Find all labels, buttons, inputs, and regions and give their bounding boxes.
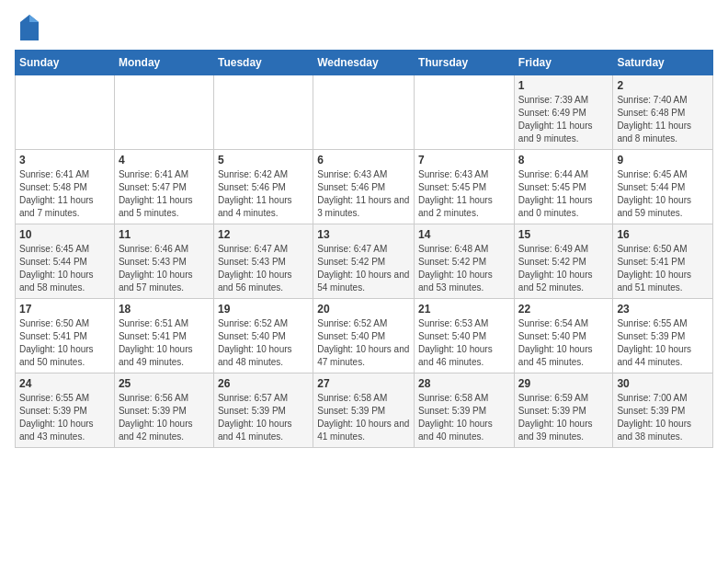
- day-number: 19: [218, 303, 309, 316]
- day-detail: Sunrise: 6:58 AM Sunset: 5:39 PM Dayligh…: [317, 392, 410, 443]
- day-cell: 10Sunrise: 6:45 AM Sunset: 5:44 PM Dayli…: [16, 224, 115, 299]
- day-detail: Sunrise: 6:43 AM Sunset: 5:46 PM Dayligh…: [317, 168, 410, 220]
- day-detail: Sunrise: 6:58 AM Sunset: 5:39 PM Dayligh…: [418, 392, 510, 443]
- day-number: 11: [119, 228, 210, 241]
- day-detail: Sunrise: 6:47 AM Sunset: 5:42 PM Dayligh…: [317, 243, 410, 294]
- day-detail: Sunrise: 6:51 AM Sunset: 5:41 PM Dayligh…: [119, 317, 210, 369]
- day-number: 20: [317, 303, 410, 316]
- day-number: 6: [317, 154, 410, 167]
- day-cell: 26Sunrise: 6:57 AM Sunset: 5:39 PM Dayli…: [213, 373, 313, 448]
- day-cell: 6Sunrise: 6:43 AM Sunset: 5:46 PM Daylig…: [313, 150, 415, 224]
- logo-icon: [17, 15, 39, 40]
- day-cell: [114, 75, 213, 150]
- day-cell: 13Sunrise: 6:47 AM Sunset: 5:42 PM Dayli…: [313, 224, 415, 299]
- day-number: 12: [218, 228, 309, 241]
- day-number: 26: [218, 377, 309, 390]
- week-row-5: 24Sunrise: 6:55 AM Sunset: 5:39 PM Dayli…: [16, 373, 713, 448]
- header-day-friday: Friday: [514, 51, 613, 75]
- day-number: 2: [617, 79, 709, 92]
- header-day-tuesday: Tuesday: [213, 51, 313, 75]
- week-row-3: 10Sunrise: 6:45 AM Sunset: 5:44 PM Dayli…: [16, 224, 713, 299]
- day-number: 9: [617, 154, 709, 167]
- day-detail: Sunrise: 7:39 AM Sunset: 6:49 PM Dayligh…: [518, 94, 609, 145]
- day-cell: 29Sunrise: 6:59 AM Sunset: 5:39 PM Dayli…: [514, 373, 613, 448]
- day-cell: [313, 75, 415, 150]
- day-cell: 28Sunrise: 6:58 AM Sunset: 5:39 PM Dayli…: [415, 373, 515, 448]
- day-cell: 20Sunrise: 6:52 AM Sunset: 5:40 PM Dayli…: [313, 299, 415, 373]
- day-number: 24: [19, 377, 110, 390]
- day-detail: Sunrise: 6:52 AM Sunset: 5:40 PM Dayligh…: [317, 317, 410, 369]
- day-number: 10: [19, 228, 110, 241]
- day-number: 18: [119, 303, 210, 316]
- day-number: 17: [19, 303, 110, 316]
- day-detail: Sunrise: 6:53 AM Sunset: 5:40 PM Dayligh…: [418, 317, 510, 369]
- day-cell: [415, 75, 515, 150]
- day-detail: Sunrise: 6:59 AM Sunset: 5:39 PM Dayligh…: [518, 392, 609, 443]
- day-cell: 19Sunrise: 6:52 AM Sunset: 5:40 PM Dayli…: [213, 299, 313, 373]
- day-number: 27: [317, 377, 410, 390]
- day-cell: 17Sunrise: 6:50 AM Sunset: 5:41 PM Dayli…: [16, 299, 115, 373]
- day-detail: Sunrise: 7:40 AM Sunset: 6:48 PM Dayligh…: [617, 94, 709, 145]
- day-cell: 27Sunrise: 6:58 AM Sunset: 5:39 PM Dayli…: [313, 373, 415, 448]
- day-cell: 23Sunrise: 6:55 AM Sunset: 5:39 PM Dayli…: [613, 299, 713, 373]
- day-cell: 21Sunrise: 6:53 AM Sunset: 5:40 PM Dayli…: [415, 299, 515, 373]
- day-cell: [213, 75, 313, 150]
- day-number: 7: [418, 154, 510, 167]
- day-number: 23: [617, 303, 709, 316]
- day-cell: 15Sunrise: 6:49 AM Sunset: 5:42 PM Dayli…: [514, 224, 613, 299]
- day-detail: Sunrise: 6:50 AM Sunset: 5:41 PM Dayligh…: [617, 243, 709, 294]
- calendar-table: SundayMondayTuesdayWednesdayThursdayFrid…: [15, 50, 713, 448]
- day-number: 8: [518, 154, 609, 167]
- day-number: 15: [518, 228, 609, 241]
- day-detail: Sunrise: 6:47 AM Sunset: 5:43 PM Dayligh…: [218, 243, 309, 294]
- day-detail: Sunrise: 6:41 AM Sunset: 5:48 PM Dayligh…: [19, 168, 110, 220]
- day-cell: 24Sunrise: 6:55 AM Sunset: 5:39 PM Dayli…: [16, 373, 115, 448]
- header-day-thursday: Thursday: [415, 51, 515, 75]
- day-number: 30: [617, 377, 709, 390]
- header-row: SundayMondayTuesdayWednesdayThursdayFrid…: [16, 51, 713, 75]
- page-header: [15, 15, 713, 40]
- day-number: 28: [418, 377, 510, 390]
- day-cell: [16, 75, 115, 150]
- day-cell: 25Sunrise: 6:56 AM Sunset: 5:39 PM Dayli…: [114, 373, 213, 448]
- day-cell: 22Sunrise: 6:54 AM Sunset: 5:40 PM Dayli…: [514, 299, 613, 373]
- header-day-monday: Monday: [114, 51, 213, 75]
- day-number: 3: [19, 154, 110, 167]
- week-row-2: 3Sunrise: 6:41 AM Sunset: 5:48 PM Daylig…: [16, 150, 713, 224]
- day-cell: 8Sunrise: 6:44 AM Sunset: 5:45 PM Daylig…: [514, 150, 613, 224]
- day-number: 29: [518, 377, 609, 390]
- week-row-4: 17Sunrise: 6:50 AM Sunset: 5:41 PM Dayli…: [16, 299, 713, 373]
- day-number: 25: [119, 377, 210, 390]
- day-detail: Sunrise: 6:44 AM Sunset: 5:45 PM Dayligh…: [518, 168, 609, 220]
- day-detail: Sunrise: 6:43 AM Sunset: 5:45 PM Dayligh…: [418, 168, 510, 220]
- day-cell: 14Sunrise: 6:48 AM Sunset: 5:42 PM Dayli…: [415, 224, 515, 299]
- day-cell: 7Sunrise: 6:43 AM Sunset: 5:45 PM Daylig…: [415, 150, 515, 224]
- day-cell: 11Sunrise: 6:46 AM Sunset: 5:43 PM Dayli…: [114, 224, 213, 299]
- day-number: 21: [418, 303, 510, 316]
- day-number: 14: [418, 228, 510, 241]
- day-detail: Sunrise: 6:45 AM Sunset: 5:44 PM Dayligh…: [617, 168, 709, 220]
- day-detail: Sunrise: 6:56 AM Sunset: 5:39 PM Dayligh…: [119, 392, 210, 443]
- week-row-1: 1Sunrise: 7:39 AM Sunset: 6:49 PM Daylig…: [16, 75, 713, 150]
- day-detail: Sunrise: 6:50 AM Sunset: 5:41 PM Dayligh…: [19, 317, 110, 369]
- day-detail: Sunrise: 6:48 AM Sunset: 5:42 PM Dayligh…: [418, 243, 510, 294]
- day-detail: Sunrise: 6:52 AM Sunset: 5:40 PM Dayligh…: [218, 317, 309, 369]
- day-detail: Sunrise: 6:54 AM Sunset: 5:40 PM Dayligh…: [518, 317, 609, 369]
- day-detail: Sunrise: 6:46 AM Sunset: 5:43 PM Dayligh…: [119, 243, 210, 294]
- day-cell: 16Sunrise: 6:50 AM Sunset: 5:41 PM Dayli…: [613, 224, 713, 299]
- day-detail: Sunrise: 6:41 AM Sunset: 5:47 PM Dayligh…: [119, 168, 210, 220]
- header-day-sunday: Sunday: [16, 51, 115, 75]
- day-cell: 2Sunrise: 7:40 AM Sunset: 6:48 PM Daylig…: [613, 75, 713, 150]
- day-number: 16: [617, 228, 709, 241]
- day-detail: Sunrise: 6:55 AM Sunset: 5:39 PM Dayligh…: [19, 392, 110, 443]
- day-cell: 1Sunrise: 7:39 AM Sunset: 6:49 PM Daylig…: [514, 75, 613, 150]
- day-detail: Sunrise: 7:00 AM Sunset: 5:39 PM Dayligh…: [617, 392, 709, 443]
- day-cell: 12Sunrise: 6:47 AM Sunset: 5:43 PM Dayli…: [213, 224, 313, 299]
- day-cell: 3Sunrise: 6:41 AM Sunset: 5:48 PM Daylig…: [16, 150, 115, 224]
- day-detail: Sunrise: 6:55 AM Sunset: 5:39 PM Dayligh…: [617, 317, 709, 369]
- day-number: 4: [119, 154, 210, 167]
- day-cell: 30Sunrise: 7:00 AM Sunset: 5:39 PM Dayli…: [613, 373, 713, 448]
- day-number: 1: [518, 79, 609, 92]
- calendar-header: SundayMondayTuesdayWednesdayThursdayFrid…: [16, 51, 713, 75]
- svg-marker-1: [29, 15, 39, 22]
